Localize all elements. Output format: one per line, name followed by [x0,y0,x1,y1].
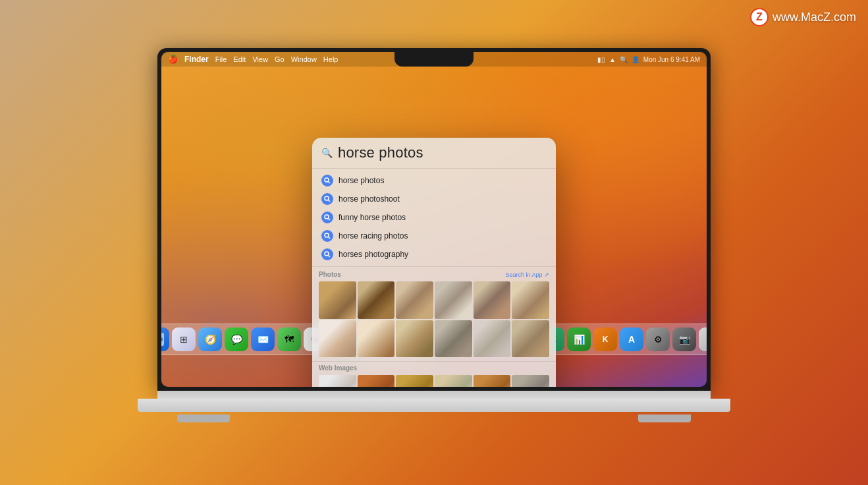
svg-point-4 [325,215,329,219]
photo-thumb-12[interactable] [512,320,549,358]
web-thumb-3[interactable] [396,375,433,387]
photo-thumb-7[interactable] [319,320,356,358]
photo-thumb-1[interactable] [319,281,356,319]
photo-thumb-9[interactable] [396,320,433,358]
suggestion-search-icon [321,175,333,186]
dock-icon-numbers[interactable]: 📊 [567,328,591,351]
web-section-header: Web Images [319,364,549,372]
web-images-grid [319,375,549,387]
macbook-chassis [138,391,730,437]
web-section-label: Web Images [319,364,357,372]
web-thumb-1[interactable] [319,375,356,387]
menu-window[interactable]: Window [291,55,317,63]
svg-point-2 [325,196,329,200]
dock-icon-maps[interactable]: 🗺 [277,328,301,351]
suggestion-item[interactable]: horse racing photos [312,227,556,245]
foot-right [638,414,691,422]
dock-icon-messages[interactable]: 💬 [225,328,248,351]
suggestion-search-icon [321,230,333,242]
watermark-logo: Z [750,8,769,26]
photos-search-in-app[interactable]: Search in App ↗ [505,271,549,278]
photos-section-label: Photos [319,271,341,278]
photos-section-header: Photos Search in App ↗ [319,271,549,278]
photo-thumb-6[interactable] [512,281,549,319]
spotlight-search-input[interactable]: horse photos [338,144,423,161]
svg-line-5 [329,219,331,221]
svg-point-6 [325,233,329,237]
menu-help[interactable]: Help [323,55,339,63]
foot-left [177,414,230,422]
spotlight-panel: 🔍 horse photos horse photos [312,138,556,387]
screen-bezel: 🍎 Finder File Edit View Go Window Help ▮… [157,48,711,391]
dock-icon-safari[interactable]: 🧭 [198,328,222,351]
photo-thumb-8[interactable] [358,320,395,358]
search-menubar-icon[interactable]: 🔍 [620,56,628,63]
battery-icon: ▮▯ [597,56,605,63]
suggestion-search-icon [321,248,333,260]
datetime-display: Mon Jun 6 9:41 AM [643,56,700,63]
web-thumb-6[interactable] [512,375,549,387]
web-images-section: Web Images [312,361,556,387]
photo-thumb-4[interactable] [435,281,472,319]
photos-grid [319,281,549,357]
web-thumb-4[interactable] [435,375,472,387]
spotlight-search-icon: 🔍 [321,148,333,158]
spotlight-search-bar[interactable]: 🔍 horse photos [312,138,556,169]
svg-point-0 [325,178,329,182]
screen: 🍎 Finder File Edit View Go Window Help ▮… [161,52,707,387]
suggestion-text-1: horse photos [339,176,384,185]
chassis-hinge [157,391,711,399]
watermark: Z www.MacZ.com [750,8,856,26]
wifi-icon: ▲ [609,56,616,63]
photo-thumb-11[interactable] [474,320,511,358]
macbook: 🍎 Finder File Edit View Go Window Help ▮… [138,48,730,437]
suggestion-item[interactable]: horse photoshoot [312,190,556,208]
dock-icon-settings[interactable]: ⚙ [646,328,670,351]
svg-point-8 [325,252,329,256]
svg-line-3 [329,200,331,202]
dock-icon-camera[interactable]: 📷 [672,328,696,351]
dock-icon-mail[interactable]: ✉️ [251,328,275,351]
dock-icon-keynote[interactable]: K [593,328,617,351]
menu-bar-left: 🍎 Finder File Edit View Go Window Help [168,55,597,64]
menu-edit[interactable]: Edit [233,55,246,63]
suggestion-item[interactable]: funny horse photos [312,208,556,227]
suggestion-item[interactable]: horses photography [312,245,556,264]
suggestion-text-5: horses photography [339,250,408,259]
photo-thumb-5[interactable] [474,281,511,319]
photos-section: Photos Search in App ↗ [312,266,556,361]
dock-icon-trash[interactable]: 🗑 [699,328,707,351]
photo-thumb-10[interactable] [435,320,472,358]
svg-line-1 [329,182,331,184]
menu-file[interactable]: File [215,55,227,63]
svg-line-9 [329,256,331,258]
suggestion-item[interactable]: horse photos [312,171,556,190]
apple-menu[interactable]: 🍎 [168,55,178,64]
watermark-url: www.MacZ.com [773,11,856,24]
photo-thumb-2[interactable] [358,281,395,319]
menu-view[interactable]: View [252,55,268,63]
svg-line-7 [329,237,331,239]
menu-bar-right: ▮▯ ▲ 🔍 👤 Mon Jun 6 9:41 AM [597,56,700,63]
suggestion-text-2: horse photoshoot [339,194,400,204]
chassis-feet [138,414,730,422]
dock-icon-appstore[interactable]: A [620,328,643,351]
dock-icon-launchpad[interactable]: ⊞ [172,328,196,351]
menu-go[interactable]: Go [275,55,285,63]
suggestion-search-icon [321,193,333,205]
photo-thumb-3[interactable] [396,281,433,319]
spotlight-suggestions: horse photos horse photoshoot funny hors… [312,169,556,266]
suggestion-text-4: horse racing photos [339,231,408,241]
user-icon: 👤 [632,56,639,63]
menu-finder[interactable]: Finder [184,55,209,64]
chassis-body [138,399,730,412]
notch [394,52,474,67]
web-thumb-2[interactable] [358,375,395,387]
web-thumb-5[interactable] [474,375,511,387]
suggestion-search-icon [321,212,333,223]
suggestion-text-3: funny horse photos [339,213,406,222]
dock-icon-finder[interactable] [161,328,169,351]
